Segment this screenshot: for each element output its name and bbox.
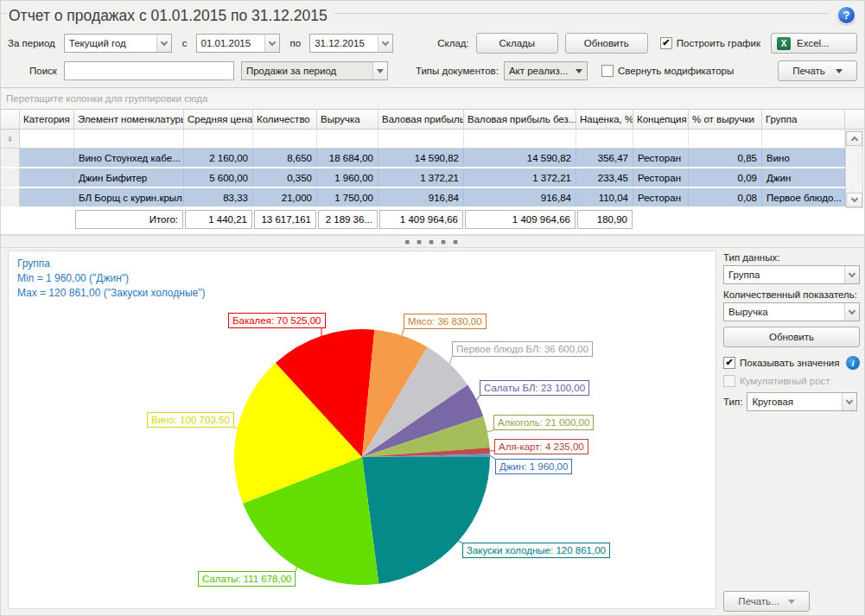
- filter-cell[interactable]: [689, 130, 762, 149]
- cell[interactable]: Джин Бифитер: [74, 168, 184, 187]
- cell[interactable]: Вино Стоунхед кабе...: [74, 149, 184, 167]
- cell[interactable]: [20, 188, 74, 206]
- excel-button[interactable]: X Excel...: [771, 33, 857, 54]
- cell[interactable]: 1 750,00: [317, 188, 378, 206]
- date-from-input[interactable]: 01.01.2015: [196, 34, 280, 53]
- cell[interactable]: 1 372,21: [378, 168, 464, 187]
- chevron-down-icon[interactable]: [372, 62, 387, 79]
- cell[interactable]: 14 590,82: [464, 149, 576, 167]
- search-input[interactable]: [64, 61, 234, 80]
- chart-refresh-button[interactable]: Обновить: [723, 327, 860, 347]
- cell[interactable]: 1 372,21: [464, 168, 576, 187]
- column-header[interactable]: % от выручки: [689, 110, 762, 130]
- cell[interactable]: 5 600,00: [184, 168, 253, 187]
- column-header[interactable]: Концепция: [633, 110, 689, 130]
- checkbox-checked-icon[interactable]: [723, 357, 735, 369]
- help-icon[interactable]: ?: [837, 6, 855, 24]
- filter-cell[interactable]: [633, 130, 689, 149]
- cell[interactable]: [1, 188, 20, 206]
- cell[interactable]: 83,33: [184, 188, 253, 206]
- scroll-down-button[interactable]: [846, 193, 862, 207]
- chevron-down-icon[interactable]: [572, 62, 587, 79]
- column-header[interactable]: Количество: [253, 110, 317, 130]
- table-row[interactable]: Джин Бифитер5 600,000,3501 960,001 372,2…: [1, 168, 865, 187]
- checkbox-checked-icon[interactable]: [660, 37, 672, 49]
- cell[interactable]: 0,85: [689, 149, 762, 167]
- cell[interactable]: Вино: [762, 149, 845, 167]
- chart-print-button[interactable]: Печать...: [723, 591, 810, 612]
- filter-cell[interactable]: [576, 130, 633, 149]
- info-icon[interactable]: i: [846, 356, 860, 370]
- build-chart-checkbox[interactable]: Построить график: [660, 37, 760, 49]
- table-row[interactable]: Вино Стоунхед кабе...2 160,008,65018 684…: [1, 149, 865, 167]
- horizontal-splitter[interactable]: ■ ■ ■ ■ ■: [1, 235, 864, 248]
- report-type-select[interactable]: Продажи за период: [241, 61, 388, 80]
- refresh-button[interactable]: Обновить: [565, 33, 648, 54]
- column-header[interactable]: Средняя цена: [184, 110, 253, 130]
- checkbox-unchecked-icon[interactable]: [601, 65, 614, 77]
- column-header[interactable]: Выручка: [317, 110, 378, 130]
- filter-row-icon[interactable]: ♀: [1, 130, 20, 149]
- pie-label-connector: [477, 396, 480, 400]
- cell[interactable]: БЛ Борщ с курин.крыл.: [74, 188, 184, 206]
- data-type-select[interactable]: Группа: [723, 265, 860, 284]
- cell[interactable]: Ресторан: [633, 188, 689, 206]
- stores-button[interactable]: Склады: [476, 33, 558, 54]
- cell[interactable]: 14 590,82: [378, 149, 464, 167]
- filter-cell[interactable]: [74, 130, 184, 149]
- chevron-down-icon[interactable]: [844, 303, 859, 321]
- cell[interactable]: 0,08: [689, 188, 762, 206]
- measure-select[interactable]: Выручка: [723, 302, 860, 321]
- filter-cell[interactable]: [378, 130, 464, 149]
- cell[interactable]: 1 960,00: [317, 168, 378, 187]
- chart-type-select[interactable]: Круговая: [747, 392, 857, 411]
- date-to-input[interactable]: 31.12.2015: [309, 34, 393, 53]
- cell[interactable]: 916,84: [378, 188, 464, 206]
- scroll-up-button[interactable]: [846, 131, 862, 146]
- cell[interactable]: [1, 149, 20, 167]
- column-header[interactable]: Валовая прибыль: [378, 110, 464, 130]
- column-header[interactable]: Категория: [20, 110, 74, 130]
- cell[interactable]: Ресторан: [633, 149, 689, 167]
- cell[interactable]: 21,000: [253, 188, 317, 206]
- cell[interactable]: 2 160,00: [184, 149, 253, 167]
- cell[interactable]: 8,650: [253, 149, 317, 167]
- cell[interactable]: [20, 149, 74, 167]
- cell[interactable]: Ресторан: [633, 168, 689, 187]
- pie-slice-0[interactable]: [362, 457, 490, 584]
- filter-cell[interactable]: [464, 130, 576, 149]
- chevron-down-icon[interactable]: [264, 35, 279, 52]
- period-label: За период: [8, 38, 55, 48]
- cell[interactable]: 233,45: [576, 168, 633, 187]
- chevron-down-icon[interactable]: [844, 266, 859, 283]
- collapse-modifiers-checkbox[interactable]: Свернуть модификаторы: [601, 65, 734, 77]
- filter-cell[interactable]: [762, 130, 845, 149]
- filter-cell[interactable]: [253, 130, 317, 149]
- column-header[interactable]: Валовая прибыль без...: [464, 110, 576, 130]
- cell[interactable]: [20, 168, 74, 187]
- chevron-down-icon[interactable]: [842, 393, 856, 410]
- cell[interactable]: 18 684,00: [317, 149, 378, 167]
- cell[interactable]: Джин: [762, 168, 845, 187]
- cell[interactable]: 0,350: [253, 168, 317, 187]
- cell[interactable]: 110,04: [576, 188, 633, 206]
- period-select[interactable]: Текущий год: [64, 34, 172, 53]
- cell[interactable]: Первое блюдо...: [762, 188, 845, 206]
- column-header[interactable]: Элемент номенклатуры: [74, 110, 184, 130]
- filter-cell[interactable]: [184, 130, 253, 149]
- cell[interactable]: 356,47: [576, 149, 633, 167]
- column-header[interactable]: Группа: [762, 110, 845, 130]
- show-values-checkbox[interactable]: Показывать значения i: [723, 356, 860, 370]
- chevron-down-icon[interactable]: [378, 35, 392, 52]
- print-menu-button[interactable]: Печать: [778, 60, 857, 81]
- column-header[interactable]: Наценка, %: [576, 110, 633, 130]
- vertical-scrollbar[interactable]: [845, 130, 863, 208]
- cell[interactable]: 0,09: [689, 168, 762, 187]
- doc-types-select[interactable]: Акт реализ...: [504, 61, 588, 80]
- filter-cell[interactable]: [20, 130, 74, 149]
- table-row[interactable]: БЛ Борщ с курин.крыл.83,3321,0001 750,00…: [1, 188, 865, 206]
- cell[interactable]: [1, 168, 20, 187]
- cell[interactable]: 916,84: [464, 188, 576, 206]
- chevron-down-icon[interactable]: [156, 35, 171, 52]
- filter-cell[interactable]: [317, 130, 378, 149]
